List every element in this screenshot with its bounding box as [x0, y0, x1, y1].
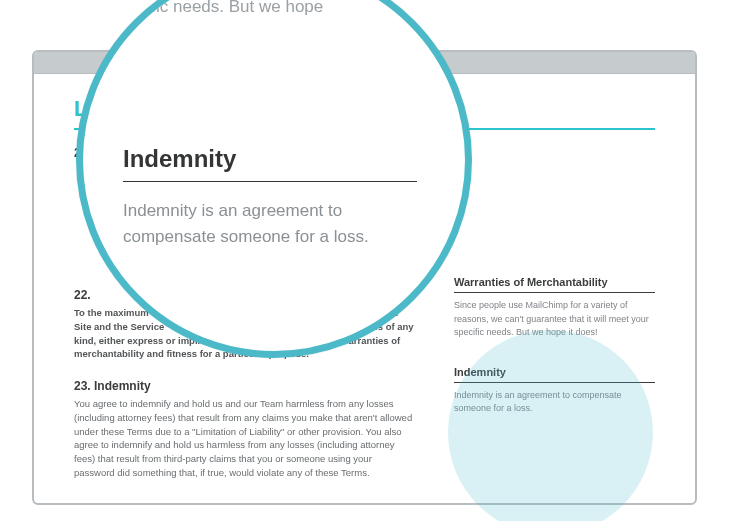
magnifier-clipped-text-bottom: cific needs. But we hope — [139, 0, 323, 17]
magnifier-content: 't guaran cific needs. But we hope Indem… — [83, 0, 465, 351]
aside-indemnity-body: Indemnity is an agreement to compensate … — [454, 389, 655, 416]
aside-warranties-body: Since people use MailChimp for a variety… — [454, 299, 655, 340]
aside-indemnity-title: Indemnity — [454, 366, 655, 383]
magnifier-heading: Indemnity — [123, 145, 417, 182]
section-23-heading: 23. Indemnity — [74, 379, 414, 393]
right-column: Warranties of Merchantability Since peop… — [454, 146, 655, 498]
aside-warranties-title: Warranties of Merchantability — [454, 276, 655, 293]
section-23-body: You agree to indemnify and hold us and o… — [74, 397, 414, 480]
magnifier-body: Indemnity is an agreement to compensate … — [123, 198, 417, 249]
screenshot-stage: LIABILITY 21. 22. To the maximum extent … — [0, 0, 729, 521]
